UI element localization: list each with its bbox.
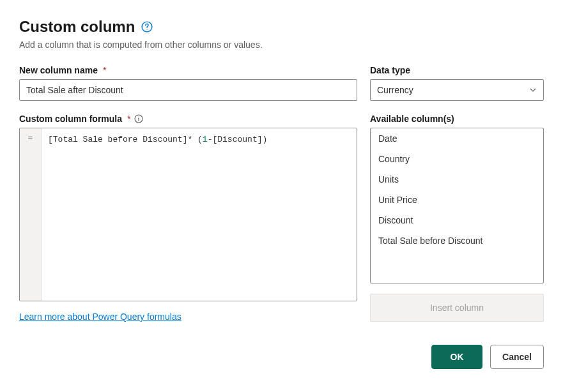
cancel-button[interactable]: Cancel — [490, 345, 544, 369]
ok-button[interactable]: OK — [431, 345, 482, 369]
list-item[interactable]: Date — [371, 128, 543, 149]
available-label: Available column(s) — [370, 114, 544, 124]
svg-point-1 — [147, 29, 148, 29]
data-type-label: Data type — [370, 65, 544, 75]
column-name-input[interactable] — [19, 79, 357, 101]
formula-editor[interactable]: = [Total Sale before Discount]* (1-[Disc… — [19, 128, 357, 301]
list-item[interactable]: Country — [371, 149, 543, 169]
list-item[interactable]: Unit Price — [371, 190, 543, 210]
page-title: Custom column — [19, 18, 135, 36]
column-name-label: New column name* — [19, 65, 357, 75]
formula-gutter: = — [20, 128, 42, 301]
formula-text[interactable]: [Total Sale before Discount]* (1-[Discou… — [42, 128, 357, 301]
list-item[interactable]: Units — [371, 169, 543, 190]
info-icon[interactable] — [134, 114, 143, 123]
learn-more-link[interactable]: Learn more about Power Query formulas — [19, 312, 181, 322]
data-type-value: Currency — [377, 85, 413, 95]
data-type-select[interactable]: Currency — [370, 79, 544, 101]
formula-label: Custom column formula* — [19, 114, 357, 124]
page-subtitle: Add a column that is computed from other… — [19, 40, 544, 50]
help-icon[interactable] — [141, 21, 153, 33]
insert-column-button[interactable]: Insert column — [370, 294, 544, 322]
list-item[interactable]: Total Sale before Discount — [371, 230, 543, 251]
dialog-header: Custom column — [19, 18, 544, 36]
dialog-footer: OK Cancel — [19, 345, 544, 369]
chevron-down-icon — [529, 86, 537, 94]
available-columns-list: Date Country Units Unit Price Discount T… — [370, 128, 544, 283]
svg-point-3 — [139, 117, 139, 117]
list-item[interactable]: Discount — [371, 210, 543, 230]
